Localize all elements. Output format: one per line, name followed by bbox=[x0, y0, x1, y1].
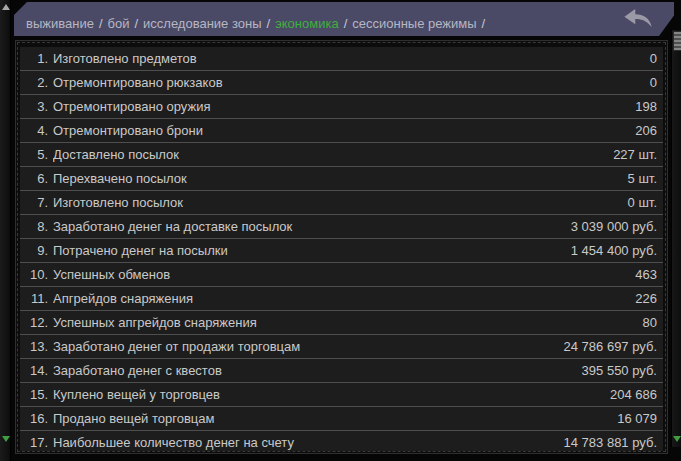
row-label: Продано вещей торговцам bbox=[53, 411, 617, 426]
tab-separator: / bbox=[99, 16, 103, 31]
row-value: 80 bbox=[643, 315, 663, 330]
row-num: 14. bbox=[20, 363, 48, 378]
left-scrollbar[interactable] bbox=[0, 0, 11, 461]
row-num: 8. bbox=[20, 219, 48, 234]
table-row: 17.Наибольшее количество денег на счету1… bbox=[20, 431, 663, 451]
table-row: 4.Отремонтировано брони206 bbox=[20, 119, 663, 143]
row-value: 198 bbox=[635, 99, 663, 114]
row-label: Заработано денег от продажи торговцам bbox=[53, 339, 564, 354]
row-num: 1. bbox=[20, 51, 48, 66]
breadcrumb-bar: выживание/бой/исследование зоны/экономик… bbox=[14, 2, 674, 36]
row-num: 12. bbox=[20, 315, 48, 330]
row-label: Отремонтировано брони bbox=[53, 123, 635, 138]
row-num: 10. bbox=[20, 267, 48, 282]
scroll-down-icon bbox=[673, 436, 681, 442]
table-row: 11.Апгрейдов снаряжения226 bbox=[20, 287, 663, 311]
table-row: 2.Отремонтировано рюкзаков0 bbox=[20, 71, 663, 95]
breadcrumb-tab[interactable]: экономика bbox=[275, 16, 339, 31]
row-label: Успешных апгрейдов снаряжения bbox=[53, 315, 643, 330]
row-label: Изготовлено посылок bbox=[53, 195, 628, 210]
table-row: 16.Продано вещей торговцам16 079 bbox=[20, 407, 663, 431]
tab-separator: / bbox=[267, 16, 271, 31]
table-row: 9.Потрачено денег на посылки1 454 400 ру… bbox=[20, 239, 663, 263]
row-value: 204 686 bbox=[610, 387, 663, 402]
scrollbar-thumb[interactable] bbox=[673, 31, 681, 51]
row-num: 17. bbox=[20, 435, 48, 450]
scroll-up-button[interactable] bbox=[0, 1, 11, 13]
row-label: Наибольшее количество денег на счету bbox=[53, 435, 564, 450]
table-row: 7.Изготовлено посылок0 шт. bbox=[20, 191, 663, 215]
row-num: 15. bbox=[20, 387, 48, 402]
table-row: 15.Куплено вещей у торговцев204 686 bbox=[20, 383, 663, 407]
row-value: 463 bbox=[635, 267, 663, 282]
row-num: 16. bbox=[20, 411, 48, 426]
breadcrumb-tabs: выживание/бой/исследование зоны/экономик… bbox=[26, 16, 490, 31]
scroll-up-icon bbox=[2, 4, 10, 10]
tab-separator: / bbox=[134, 16, 138, 31]
row-label: Куплено вещей у торговцев bbox=[53, 387, 610, 402]
table-row: 14.Заработано денег с квестов395 550 руб… bbox=[20, 359, 663, 383]
tab-separator: / bbox=[482, 16, 486, 31]
row-label: Потрачено денег на посылки bbox=[53, 243, 571, 258]
row-num: 11. bbox=[20, 291, 48, 306]
scroll-down-button[interactable] bbox=[672, 433, 681, 445]
row-num: 3. bbox=[20, 99, 48, 114]
row-num: 6. bbox=[20, 171, 48, 186]
scroll-down-button[interactable] bbox=[0, 433, 11, 445]
row-num: 2. bbox=[20, 75, 48, 90]
row-value: 14 783 881 руб. bbox=[564, 435, 663, 450]
table-row: 10.Успешных обменов463 bbox=[20, 263, 663, 287]
row-value: 0 шт. bbox=[628, 195, 663, 210]
row-value: 0 bbox=[650, 75, 663, 90]
scroll-down-icon bbox=[2, 436, 10, 442]
row-label: Перехвачено посылок bbox=[53, 171, 628, 186]
row-value: 395 550 руб. bbox=[582, 363, 663, 378]
row-value: 0 bbox=[650, 51, 663, 66]
row-value: 3 039 000 руб. bbox=[571, 219, 663, 234]
stats-panel: 1.Изготовлено предметов02.Отремонтирован… bbox=[15, 40, 668, 454]
table-row: 6.Перехвачено посылок5 шт. bbox=[20, 167, 663, 191]
back-button[interactable] bbox=[621, 8, 655, 28]
right-scrollbar[interactable] bbox=[671, 30, 681, 447]
tab-separator: / bbox=[344, 16, 348, 31]
stats-table: 1.Изготовлено предметов02.Отремонтирован… bbox=[20, 47, 663, 451]
row-label: Доставлено посылок bbox=[53, 147, 613, 162]
row-num: 5. bbox=[20, 147, 48, 162]
table-row: 3.Отремонтировано оружия198 bbox=[20, 95, 663, 119]
breadcrumb-tab[interactable]: бой bbox=[108, 16, 130, 31]
table-row: 13.Заработано денег от продажи торговцам… bbox=[20, 335, 663, 359]
row-value: 5 шт. bbox=[628, 171, 663, 186]
breadcrumb-tab[interactable]: выживание bbox=[26, 16, 94, 31]
row-num: 13. bbox=[20, 339, 48, 354]
table-row: 8.Заработано денег на доставке посылок3 … bbox=[20, 215, 663, 239]
row-num: 9. bbox=[20, 243, 48, 258]
row-value: 24 786 697 руб. bbox=[564, 339, 663, 354]
breadcrumb-tab[interactable]: сессионные режимы bbox=[352, 16, 476, 31]
row-label: Отремонтировано оружия bbox=[53, 99, 635, 114]
table-row: 12.Успешных апгрейдов снаряжения80 bbox=[20, 311, 663, 335]
row-label: Заработано денег на доставке посылок bbox=[53, 219, 571, 234]
row-label: Заработано денег с квестов bbox=[53, 363, 582, 378]
row-label: Изготовлено предметов bbox=[53, 51, 650, 66]
row-label: Отремонтировано рюкзаков bbox=[53, 75, 650, 90]
row-num: 4. bbox=[20, 123, 48, 138]
row-label: Успешных обменов bbox=[53, 267, 635, 282]
row-label: Апгрейдов снаряжения bbox=[53, 291, 635, 306]
table-row: 1.Изготовлено предметов0 bbox=[20, 47, 663, 71]
row-value: 226 bbox=[635, 291, 663, 306]
breadcrumb-tab[interactable]: исследование зоны bbox=[143, 16, 261, 31]
row-num: 7. bbox=[20, 195, 48, 210]
row-value: 206 bbox=[635, 123, 663, 138]
table-row: 5.Доставлено посылок227 шт. bbox=[20, 143, 663, 167]
row-value: 227 шт. bbox=[613, 147, 663, 162]
row-value: 16 079 bbox=[617, 411, 663, 426]
row-value: 1 454 400 руб. bbox=[571, 243, 663, 258]
back-arrow-icon bbox=[622, 8, 654, 28]
